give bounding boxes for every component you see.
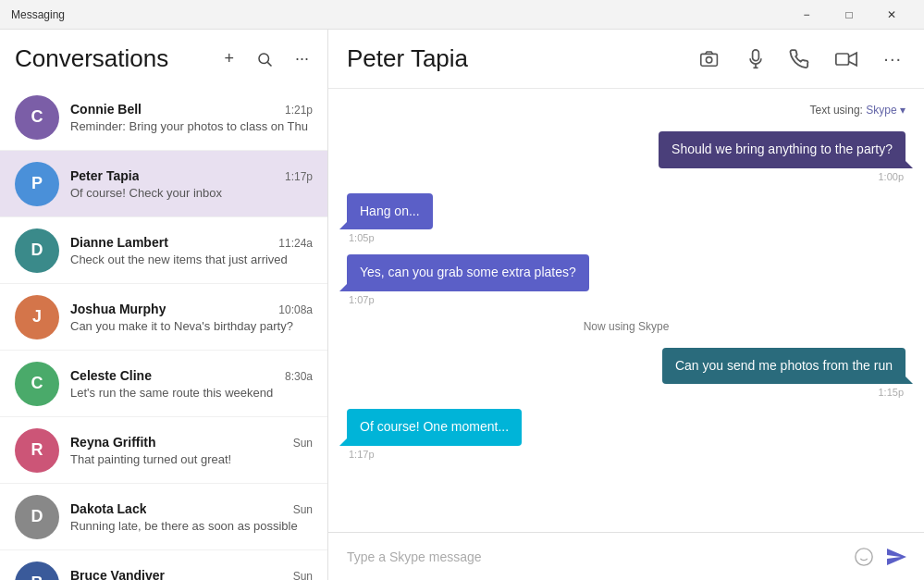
minimize-button[interactable]: − [785,0,828,30]
conversation-time: Sun [293,503,313,516]
avatar: P [15,162,59,206]
chat-header-actions: ··· [696,44,906,73]
svg-line-1 [267,62,271,66]
sidebar-title: Conversations [15,44,168,73]
new-conversation-button[interactable]: + [220,45,238,72]
conversation-preview: Running late, be there as soon as possib… [70,519,313,533]
conversation-name: Reyna Griffith [70,435,156,450]
message-time: 1:15p [876,387,906,398]
sidebar: Conversations + ··· C Connie Bell 1:2 [0,30,328,580]
message-bubble: Yes, can you grab some extra plates? [347,254,589,291]
conversation-item[interactable]: R Reyna Griffith Sun That painting turne… [0,417,327,484]
svg-rect-2 [701,54,718,66]
message-row: Hang on... 1:05p [347,193,906,244]
conversation-item[interactable]: P Peter Tapia 1:17p Of course! Check you… [0,151,327,217]
title-bar: Messaging − □ ✕ [0,0,924,30]
message-time: 1:07p [347,294,376,305]
message-time: 1:17p [347,449,376,460]
conversation-time: 11:24a [278,237,313,250]
search-button[interactable] [253,47,277,71]
conversation-time: 8:30a [285,370,313,383]
app-body: Conversations + ··· C Connie Bell 1:2 [0,30,924,580]
chat-header: Peter Tapia [328,30,924,89]
phone-button[interactable] [785,45,813,73]
conversation-item[interactable]: D Dakota Lack Sun Running late, be there… [0,484,327,550]
message-row: Should we bring anything to the party? 1… [347,131,906,182]
avatar: R [15,428,59,473]
svg-point-3 [707,56,712,62]
avatar: D [15,228,59,273]
send-button[interactable] [880,542,913,572]
message-input[interactable] [339,546,848,568]
chat-more-button[interactable]: ··· [880,44,906,73]
maximize-button[interactable]: □ [828,0,870,30]
conversation-name: Joshua Murphy [70,302,166,316]
svg-rect-4 [753,49,759,60]
message-bubble: Can you send me photos from the run [662,348,906,385]
avatar: D [15,495,59,539]
close-button[interactable]: ✕ [870,0,913,30]
conversation-time: Sun [293,437,313,450]
avatar: C [15,362,59,406]
svg-rect-7 [836,54,849,65]
conversation-item[interactable]: B Bruce Vandiver Sun Heard we may be ask… [0,550,327,580]
avatar: C [15,95,59,140]
chat-contact-name: Peter Tapia [347,44,468,73]
chat-messages: Text using: Skype ▾ Should we bring anyt… [328,89,924,532]
message-row: Of course! One moment... 1:17p [347,409,906,460]
chat-input-bar [328,532,924,580]
conversation-time: 10:08a [278,303,313,316]
conversation-preview: Let's run the same route this weekend [70,386,313,400]
system-message: Now using Skype [347,320,906,333]
message-row: Can you send me photos from the run 1:15… [347,348,906,399]
sidebar-actions: + ··· [220,45,313,72]
conversation-item[interactable]: D Dianne Lambert 11:24a Check out the ne… [0,217,327,284]
service-dropdown-icon[interactable]: ▾ [900,104,906,117]
text-using-bar: Text using: Skype ▾ [347,104,906,117]
conversation-content: Peter Tapia 1:17p Of course! Check your … [70,168,313,200]
message-bubble: Of course! One moment... [347,409,522,446]
conversation-item[interactable]: C Connie Bell 1:21p Reminder: Bring your… [0,84,327,151]
conversation-name: Bruce Vandiver [70,568,165,581]
conversation-content: Bruce Vandiver Sun Heard we may be asked… [70,568,313,581]
app-title: Messaging [11,8,65,21]
conversation-name: Connie Bell [70,102,142,117]
conversation-preview: Of course! Check your inbox [70,186,313,200]
more-options-button[interactable]: ··· [291,45,313,72]
message-time: 1:00p [876,171,906,182]
conversation-preview: That painting turned out great! [70,452,313,466]
conversation-preview: Check out the new items that just arrive… [70,253,313,266]
conversation-preview: Can you make it to Neva's birthday party… [70,319,313,333]
message-time: 1:05p [347,232,376,243]
message-bubble: Hang on... [347,193,433,230]
svg-point-0 [259,54,269,64]
skype-service-link[interactable]: Skype [866,104,896,117]
camera-button[interactable] [696,47,726,71]
conversation-name: Celeste Cline [70,368,152,383]
conversation-time: Sun [293,570,313,581]
conversation-content: Joshua Murphy 10:08a Can you make it to … [70,302,313,333]
emoji-button[interactable] [848,543,880,571]
conversation-content: Connie Bell 1:21p Reminder: Bring your p… [70,102,313,133]
conversation-name: Dakota Lack [70,501,146,516]
video-call-button[interactable] [832,47,861,71]
microphone-button[interactable] [745,45,767,73]
conversation-list: C Connie Bell 1:21p Reminder: Bring your… [0,84,327,580]
text-using-label: Text using: [810,104,863,117]
conversation-name: Dianne Lambert [70,235,168,250]
avatar: B [15,561,59,581]
message-bubble: Should we bring anything to the party? [659,131,906,168]
conversation-item[interactable]: C Celeste Cline 8:30a Let's run the same… [0,351,327,417]
conversation-time: 1:17p [285,170,313,183]
conversation-item[interactable]: J Joshua Murphy 10:08a Can you make it t… [0,284,327,351]
conversation-preview: Reminder: Bring your photos to class on … [70,119,313,133]
conversation-name: Peter Tapia [70,168,139,183]
chat-panel: Peter Tapia [328,30,924,580]
conversation-content: Dakota Lack Sun Running late, be there a… [70,501,313,533]
sidebar-header: Conversations + ··· [0,30,327,84]
conversation-content: Reyna Griffith Sun That painting turned … [70,435,313,466]
avatar: J [15,295,59,339]
svg-point-8 [856,548,872,564]
conversation-time: 1:21p [285,104,313,117]
window-controls: − □ ✕ [785,0,913,30]
